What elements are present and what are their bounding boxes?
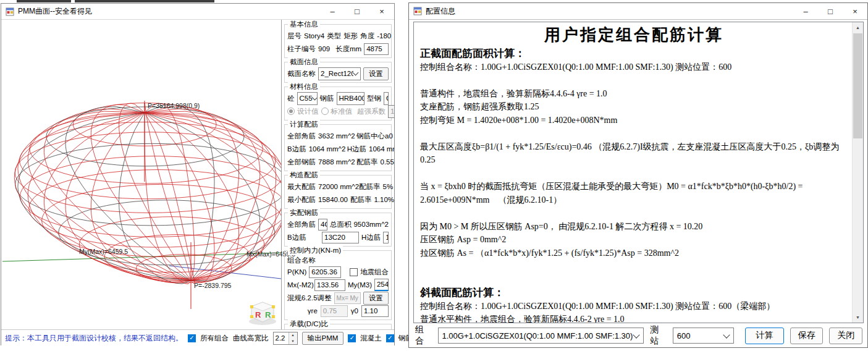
actual-h-input[interactable]: 13C20: [383, 232, 389, 243]
svg-text:R: R: [255, 310, 261, 319]
actual-corner-input[interactable]: 4C25: [318, 219, 327, 230]
left-window-title: PMM曲面--安全看得见: [18, 6, 92, 17]
report-line: 因为 M0 > M 所以压区钢筋 Asp=0， 由混规6.2.10-1 解二次方…: [420, 220, 848, 234]
mx-input[interactable]: 133.56: [314, 279, 345, 291]
length-label: 长度mm: [335, 44, 361, 54]
adjust-settings-button[interactable]: 设置: [363, 292, 389, 305]
rebar-center-label: 钢筋中心a0: [356, 132, 393, 141]
standard-value-label: 标准值: [331, 107, 353, 116]
plot-label-my-max: My(Max)=6459.5: [79, 248, 128, 255]
chevron-down-icon: [353, 70, 359, 76]
group-title: 截面信息: [288, 57, 320, 67]
code-adjust-label: 混规6.2.5调整: [287, 294, 332, 303]
svg-text:R: R: [265, 310, 271, 319]
rebar-label: 钢筋: [320, 94, 334, 103]
report-text: 用户指定组合配筋计算正截面配筋面积计算：控制组合名称：1.00G+1.0CiSG…: [414, 22, 853, 323]
concrete-label: 砼: [287, 94, 295, 103]
pmm-surface-plot: [1, 20, 281, 329]
gamma-re-label: γre: [308, 307, 318, 315]
curve-ratio-spinner[interactable]: 2.2 ▲▼: [273, 332, 298, 345]
calculate-button[interactable]: 计算: [745, 328, 784, 344]
spinner-arrows-icon[interactable]: ▲▼: [289, 332, 297, 344]
overstrength-spinner[interactable]: 1.00 ▲▼: [388, 105, 394, 118]
close-dialog-button[interactable]: 关闭: [829, 328, 862, 344]
group-control-forces: 控制内力(KN-m) 组合名称 P(KN) 6205.36 地震组合 Mx(-M…: [284, 250, 392, 320]
angle-label: 角度: [360, 32, 374, 41]
group-basic-info: 基本信息 层号 Story4 类型 矩形 角度 -180 柱子编号 909 长度…: [284, 24, 392, 58]
all-combos-checkbox[interactable]: ✓: [188, 334, 196, 342]
combo-name-label: 组合名称: [287, 256, 316, 265]
save-button[interactable]: 保存: [790, 328, 824, 344]
report-line: 普通水平构件，地震组合，验算新隔标4.4.6-2 γre = 1.0: [420, 313, 848, 323]
my-input[interactable]: 2543.22: [374, 279, 389, 291]
combination-select[interactable]: 1.00G+1.0CiSGZEX01(Q0:1.00 MMF:1.00 SMF:…: [438, 328, 644, 344]
rebar-select[interactable]: HRB400: [337, 92, 365, 105]
gamma-0-input[interactable]: 1.10: [361, 305, 389, 317]
right-titlebar[interactable]: 配置信息 – □ ×: [409, 3, 867, 20]
group-title: 控制内力(KN-m): [288, 246, 343, 255]
report-line: 普通构件，地震组合，验算新隔标4.4.6-4 γre = 1.0: [420, 87, 848, 101]
all-rebar-value: 7888 mm^2: [318, 158, 354, 166]
left-titlebar[interactable]: PMM曲面--安全看得见 – □ ×: [1, 4, 394, 20]
group-dc-ratio: 承载(D/C)比 MM_Ratio .1: [284, 324, 392, 329]
rebar-checkbox[interactable]: ✓: [386, 334, 394, 342]
corner-rebar-label: 全部角筋: [287, 132, 316, 141]
standard-value-radio[interactable]: [321, 108, 329, 115]
design-value-radio[interactable]: [287, 108, 295, 115]
report-line: 控制组合名称：1.00G+1.0CiSGZEX01(Q0:1.00 MMF:1.…: [420, 61, 848, 74]
seismic-combo-label: 地震组合: [360, 268, 389, 277]
concrete-select[interactable]: C55: [297, 92, 318, 105]
section-settings-button[interactable]: 设置: [363, 67, 389, 80]
pmm-plot-area[interactable]: P=35164.998(0.9) P=-2839.795 Mx(Max)=645…: [1, 20, 282, 329]
curve-ratio-label: 曲线高宽比: [233, 334, 269, 343]
scrollbar-thumb[interactable]: [853, 33, 862, 138]
actual-b-label: B边筋: [287, 233, 319, 242]
actual-h-label: H边筋: [361, 233, 381, 242]
group-actual-rebar: 实配钢筋 全部角筋 4C25 总面积 9503mm^2 B边筋 13C20 H边…: [284, 213, 392, 247]
maximize-button[interactable]: □: [818, 3, 843, 19]
report-line: [420, 167, 848, 180]
combo-label: 组合: [415, 324, 432, 347]
actual-b-input[interactable]: 13C20: [322, 232, 359, 243]
background-window-edge: [17, 0, 71, 2]
export-pmm-button[interactable]: 输出PMM: [302, 332, 344, 345]
close-button[interactable]: ×: [369, 4, 394, 19]
chevron-down-icon: [633, 331, 640, 338]
concrete-checkbox[interactable]: ✓: [348, 334, 356, 342]
section-name-select[interactable]: 2_Rect1200X1200_O: [318, 67, 361, 80]
group-material-info: 材料信息 砼 C55 钢筋 HRB400 型钢 Q345: [284, 87, 392, 121]
gamma-re-input[interactable]: 0.75: [321, 305, 348, 317]
p-input[interactable]: 6205.36: [309, 266, 341, 278]
steel-select[interactable]: Q345: [384, 92, 389, 105]
winform-app-icon: [6, 7, 14, 16]
parameters-panel: 基本信息 层号 Story4 类型 矩形 角度 -180 柱子编号 909 长度…: [282, 20, 394, 329]
minimize-button[interactable]: –: [793, 3, 818, 19]
report-line: 正截面配筋面积计算：: [420, 47, 848, 61]
group-title: 构造配筋: [288, 171, 320, 180]
station-select[interactable]: 600: [673, 328, 734, 344]
length-input[interactable]: 4875: [364, 43, 389, 55]
left-status-bar: 提示：本工具只用于截面设计校核，结果不返回结构。 ✓ 所有组合 曲线高宽比 2.…: [1, 329, 394, 346]
close-button[interactable]: ×: [843, 3, 867, 19]
gamma-0-label: γ0: [351, 307, 358, 315]
maximize-button[interactable]: □: [345, 4, 369, 19]
report-line: 用户指定组合配筋计算: [420, 25, 848, 46]
report-line: 控制弯矩 M = 1.4020e+008*1.00 = 1.4020e+008N…: [420, 114, 848, 127]
report-line: [420, 127, 848, 140]
total-area-label: 总面积: [330, 220, 352, 229]
report-line: 当 x = ξbxh0 时的截面抵抗弯矩（压区混凝土能承受的最大弯矩）M0 = …: [420, 180, 848, 206]
scroll-down-icon[interactable]: ▼: [853, 312, 863, 323]
min-ratio-label: 配筋率: [350, 195, 372, 205]
group-constructional-rebar: 构造配筋 最大配筋 72000 mm^2 配筋率 5% 最小配筋 15840.0…: [284, 175, 392, 209]
vertical-scrollbar[interactable]: ▲ ▼: [852, 22, 863, 323]
report-line: 压区钢筋 Asp = 0mm^2: [420, 233, 848, 247]
background-window-edge: [75, 0, 214, 2]
story-label: 层号: [287, 32, 301, 41]
max-rebar-label: 最大配筋: [287, 182, 316, 192]
minimize-button[interactable]: –: [320, 4, 345, 19]
scroll-up-icon[interactable]: ▲: [853, 22, 863, 33]
seismic-combo-checkbox[interactable]: [350, 268, 358, 276]
b-side-value: 1064 mm^2: [309, 145, 345, 153]
section-name-label: 截面名称: [287, 69, 316, 78]
code-adjust-input[interactable]: Mx= My =: [334, 292, 361, 304]
